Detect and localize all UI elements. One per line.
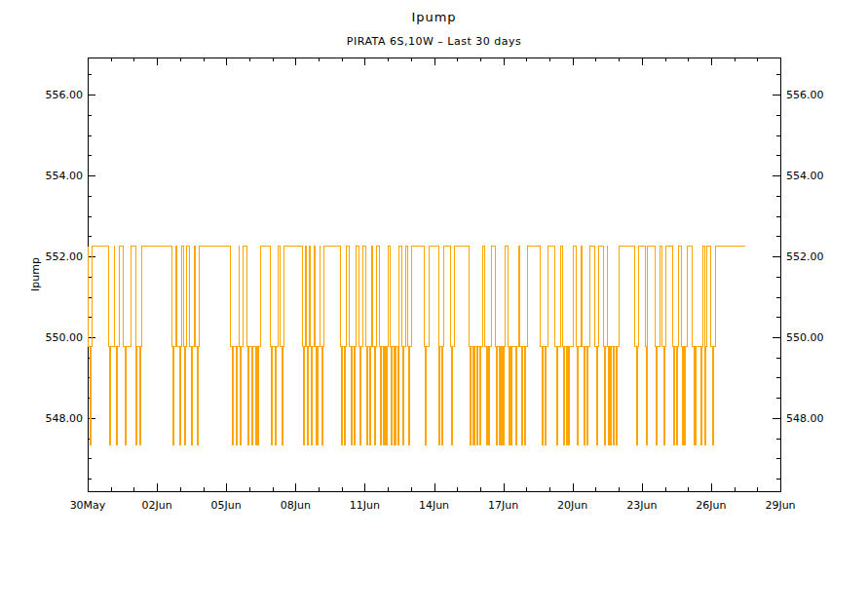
x-tick-label: 29Jun	[765, 499, 795, 512]
y-tick-label-left: 550.00	[46, 331, 84, 344]
y-tick-label-left: 548.00	[46, 412, 84, 425]
data-line	[88, 247, 745, 445]
x-tick-label: 05Jun	[211, 499, 242, 512]
chart-canvas: Ipump PIRATA 6S,10W – Last 30 days 30May…	[0, 0, 868, 614]
x-tick-label: 11Jun	[350, 499, 380, 512]
x-tick-label: 14Jun	[419, 499, 449, 512]
x-tick-label: 30May	[70, 499, 106, 512]
y-tick-label-right: 548.00	[786, 412, 824, 425]
x-tick-label: 20Jun	[557, 499, 587, 512]
y-tick-label-right: 554.00	[786, 170, 824, 182]
y-tick-label-right: 550.00	[786, 331, 824, 344]
y-tick-label-left: 552.00	[46, 250, 84, 263]
plot-area: 30May02Jun05Jun08Jun11Jun14Jun17Jun20Jun…	[0, 0, 868, 614]
y-tick-label-right: 552.00	[786, 250, 824, 263]
x-tick-label: 26Jun	[696, 499, 726, 512]
y-axis-label: Ipump	[29, 257, 42, 291]
x-tick-label: 08Jun	[281, 499, 311, 512]
y-tick-label-right: 556.00	[786, 89, 824, 101]
x-tick-label: 23Jun	[626, 499, 657, 512]
y-tick-label-left: 554.00	[46, 170, 84, 182]
x-tick-label: 17Jun	[488, 499, 518, 512]
x-tick-label: 02Jun	[142, 499, 172, 512]
y-tick-label-left: 556.00	[46, 89, 84, 101]
